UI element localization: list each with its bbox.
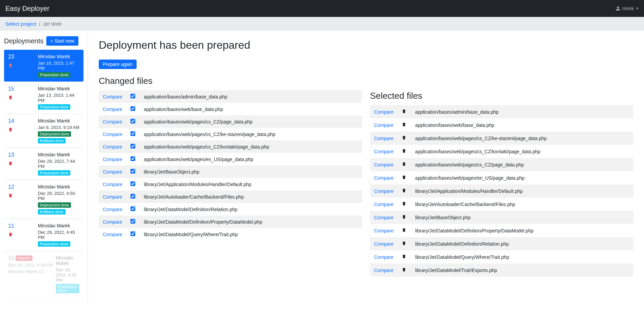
status-badge: Preparation done (38, 72, 70, 77)
deployment-item-deleted[interactable]: 10 DeletedDec 29, 2022, 4:39 PMMiroslav … (4, 251, 84, 298)
compare-link[interactable]: Compare (103, 207, 122, 212)
compare-link[interactable]: Compare (103, 182, 122, 187)
compare-link[interactable]: Compare (374, 149, 394, 154)
compare-link[interactable]: Compare (374, 241, 394, 247)
prepare-again-button[interactable]: Prepare again (99, 60, 137, 69)
trash-icon[interactable] (402, 267, 406, 272)
compare-link[interactable]: Compare (374, 109, 394, 115)
table-row: Comparelibrary/Jet/DataModel/Definition/… (99, 216, 362, 228)
compare-link[interactable]: Compare (374, 188, 394, 194)
trash-icon[interactable] (402, 161, 406, 167)
compare-link[interactable]: Compare (374, 162, 394, 167)
user-menu[interactable]: mirek (616, 6, 639, 11)
trash-icon[interactable] (402, 201, 406, 206)
file-checkbox[interactable] (130, 231, 135, 236)
trash-icon[interactable] (402, 148, 406, 154)
file-checkbox[interactable] (130, 144, 135, 149)
compare-link[interactable]: Compare (374, 215, 394, 220)
trash-icon[interactable] (402, 122, 406, 127)
compare-link[interactable]: Compare (374, 268, 394, 273)
file-checkbox[interactable] (130, 194, 135, 199)
compare-link[interactable]: Compare (103, 219, 122, 225)
status-badge: Deployment done (38, 131, 71, 137)
compare-link[interactable]: Compare (103, 144, 122, 150)
status-badge: Preparation done (56, 284, 79, 293)
file-checkbox[interactable] (130, 156, 135, 161)
file-checkbox[interactable] (130, 181, 135, 186)
file-checkbox[interactable] (130, 119, 135, 123)
trash-icon[interactable] (8, 63, 13, 68)
trash-icon[interactable] (402, 175, 406, 180)
compare-link[interactable]: Compare (103, 169, 122, 175)
file-path: library/Jet/Autoloader/Cache/Backend/Fil… (411, 198, 633, 211)
deployment-item[interactable]: 12Miroslav MarekDec 29, 2022, 4:50 PMDep… (4, 180, 84, 219)
deployment-date: Jan 16, 2023, 1:47 PM (38, 61, 79, 71)
compare-link[interactable]: Compare (374, 122, 394, 128)
deployment-date: Jan 6, 2023, 9:19 AM (38, 125, 79, 130)
compare-link[interactable]: Compare (103, 107, 122, 112)
table-row: Comparelibrary/Jet/Autoloader/Cache/Back… (370, 198, 634, 211)
table-row: Comparelibrary/Jet/Application/Modules/H… (370, 184, 634, 198)
file-path: library/Jet/DataModel/Trait/Exports.php (411, 264, 633, 277)
trash-icon[interactable] (402, 214, 406, 220)
start-new-button[interactable]: + Start new (46, 36, 78, 46)
deployment-author: Miroslav Marek (56, 255, 79, 266)
trash-icon[interactable] (402, 109, 406, 114)
compare-link[interactable]: Compare (103, 132, 122, 137)
trash-icon[interactable] (402, 227, 406, 233)
page-title: Deployment has been prepared (99, 39, 633, 51)
status-badge: Rollback done (38, 138, 66, 143)
file-checkbox[interactable] (130, 94, 135, 98)
deployment-item[interactable]: 23Miroslav MarekJan 16, 2023, 1:47 PMPre… (4, 50, 84, 82)
table-row: Compareapplication/bases/admin/base_data… (370, 105, 634, 118)
status-badge: Preparation done (38, 241, 70, 247)
breadcrumb-select-project[interactable]: Select project (5, 21, 36, 27)
file-checkbox[interactable] (130, 169, 135, 174)
brand[interactable]: Easy Deployer (5, 5, 49, 13)
file-checkbox[interactable] (130, 219, 135, 224)
table-row: Comparelibrary/Jet/DataModel/Definition/… (370, 237, 634, 250)
trash-icon[interactable] (8, 161, 13, 166)
breadcrumb-separator: / (39, 21, 40, 27)
compare-link[interactable]: Compare (374, 254, 394, 260)
status-badge: Preparation done (38, 170, 70, 176)
compare-link[interactable]: Compare (374, 175, 394, 181)
file-path: application/bases/web/base_data.php (411, 118, 633, 132)
table-row: Compareapplication/bases/web/pages/en_US… (370, 171, 634, 184)
file-path: library/Jet/Application/Modules/Handler/… (411, 184, 633, 198)
plus-icon: + (50, 39, 53, 43)
table-row: Compareapplication/bases/web/pages/en_US… (99, 153, 362, 165)
compare-link[interactable]: Compare (103, 232, 122, 237)
deployment-date: Dec 29, 2022, 4:50 PM (38, 191, 79, 201)
deployment-id: 12 (8, 184, 35, 190)
navbar: Easy Deployer mirek (0, 0, 644, 17)
file-checkbox[interactable] (130, 131, 135, 136)
trash-icon[interactable] (8, 232, 13, 237)
table-row: Compareapplication/bases/web/base_data.p… (99, 103, 362, 115)
compare-link[interactable]: Compare (374, 202, 394, 207)
file-path: library/Jet/DataModel/Definition/Relatio… (140, 203, 362, 216)
trash-icon[interactable] (8, 95, 13, 100)
trash-icon[interactable] (8, 193, 13, 198)
file-path: application/bases/web/pages/cs_CZ/kontak… (411, 145, 633, 158)
deployment-item[interactable]: 15Miroslav MarekJan 13, 2023, 1:44 PMPre… (4, 82, 84, 114)
user-icon (616, 6, 620, 11)
table-row: Comparelibrary/Jet/DataModel/Query/Where… (99, 228, 362, 241)
deployment-item[interactable]: 13Miroslav MarekDec 29, 2022, 7:44 PMPre… (4, 148, 84, 180)
trash-icon[interactable] (402, 135, 406, 140)
file-checkbox[interactable] (130, 206, 135, 211)
compare-link[interactable]: Compare (103, 157, 122, 162)
trash-icon[interactable] (402, 254, 406, 259)
trash-icon[interactable] (402, 241, 406, 246)
deployment-item[interactable]: 11Miroslav MarekDec 29, 2022, 4:45 PMPre… (4, 219, 84, 251)
compare-link[interactable]: Compare (103, 194, 122, 200)
compare-link[interactable]: Compare (103, 119, 122, 125)
deployment-item[interactable]: 14Miroslav MarekJan 6, 2023, 9:19 AMDepl… (4, 114, 84, 148)
compare-link[interactable]: Compare (103, 94, 122, 99)
trash-icon[interactable] (402, 188, 406, 193)
file-checkbox[interactable] (130, 106, 135, 111)
compare-link[interactable]: Compare (374, 228, 394, 233)
compare-link[interactable]: Compare (374, 136, 394, 141)
file-path: application/bases/web/pages/cs_CZ/ke-sta… (411, 132, 633, 145)
trash-icon[interactable] (8, 127, 13, 132)
